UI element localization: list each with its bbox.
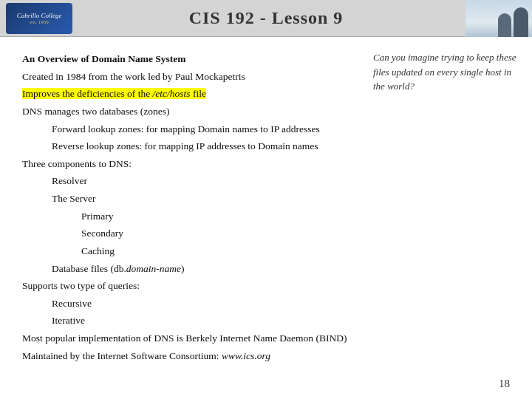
line-14: Supports two type of queries: — [22, 277, 510, 295]
line-16: Iterative — [22, 312, 510, 330]
main-content: Can you imagine trying to keep these fil… — [0, 37, 532, 372]
line-13-before: Database files (db. — [52, 263, 126, 274]
line-3-after: file — [191, 88, 206, 99]
line-18: Maintained by the Internet Software Cons… — [22, 347, 510, 365]
quote-box: Can you imagine trying to keep these fil… — [373, 50, 517, 94]
line-3-highlight-text: /etc/hosts — [153, 88, 191, 99]
logo-text: Cabrillo College — [17, 12, 62, 20]
content-area: An Overview of Domain Name System Create… — [22, 50, 510, 364]
line-15: Recursive — [22, 295, 510, 313]
line-7: Three components to DNS: — [22, 155, 510, 173]
line-6: Reverse lookup zones: for mapping IP add… — [22, 137, 510, 155]
logo: Cabrillo College est. 1959 — [6, 3, 72, 34]
line-4: DNS manages two databases (zones) — [22, 103, 510, 120]
line-12: Caching — [22, 242, 510, 260]
line-13-italic: domain-name — [126, 263, 181, 274]
line-18-italic: www.ics.org — [222, 350, 270, 361]
line-5: Forward lookup zones: for mapping Domain… — [22, 120, 510, 138]
line-3-before: Improves the deficiencies of the — [22, 88, 153, 99]
line-8: Resolver — [22, 172, 510, 190]
photo-silhouette — [466, 0, 532, 37]
line-13: Database files (db.domain-name) — [22, 260, 510, 278]
line-9: The Server — [22, 190, 510, 208]
header-photo — [466, 0, 532, 37]
line-11: Secondary — [22, 225, 510, 242]
quote-text: Can you imagine trying to keep these fil… — [373, 52, 516, 92]
header: Cabrillo College est. 1959 CIS 192 - Les… — [0, 0, 532, 37]
line-3-highlighted: Improves the deficiencies of the /etc/ho… — [22, 88, 206, 99]
line-18-before: Maintained by the Internet Software Cons… — [22, 350, 222, 361]
page-title: CIS 192 - Lesson 9 — [189, 8, 344, 28]
line-13-after: ) — [181, 263, 185, 274]
line-10: Primary — [22, 208, 510, 225]
line-17: Most popular implementation of DNS is Be… — [22, 330, 510, 347]
page-number: 18 — [499, 378, 510, 390]
logo-subtitle: est. 1959 — [17, 19, 62, 25]
